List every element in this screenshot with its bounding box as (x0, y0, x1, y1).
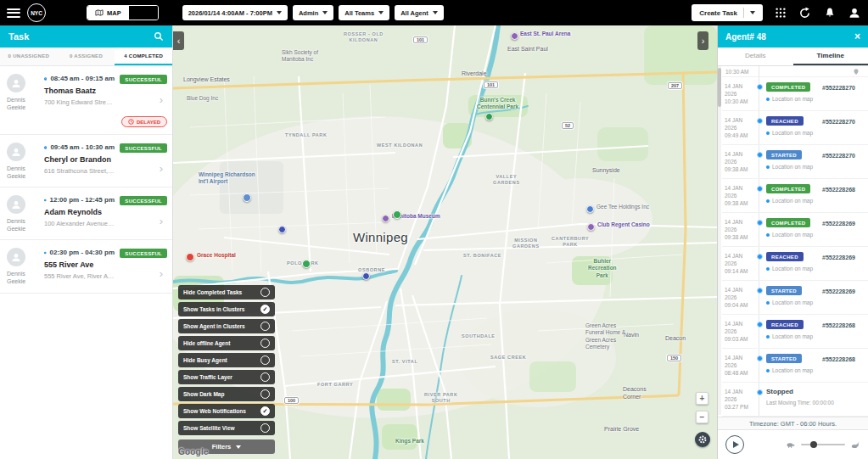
map-settings-button[interactable] (695, 432, 710, 447)
order-id[interactable]: #552228270 (822, 150, 868, 178)
location-on-map-link[interactable]: Location on map (766, 198, 813, 204)
timeline-timestamp: 14 JAN202609:38 AM (722, 184, 753, 212)
scrollbar-thumb[interactable] (718, 68, 721, 107)
timeline-timestamp: 14 JAN202609:38 AM (722, 218, 753, 246)
location-on-map-link[interactable]: Location on map (766, 333, 813, 339)
notifications-bell-icon[interactable] (822, 6, 837, 20)
tab-assigned[interactable]: 0 ASSIGNED (58, 48, 115, 65)
chevron-right-icon[interactable] (160, 268, 163, 279)
zoom-in-button[interactable]: + (696, 392, 708, 405)
create-task-button[interactable]: Create Task (692, 4, 763, 21)
task-card[interactable]: Dennis Geekie 09:45 am - 10:30 am Cheryl… (0, 135, 172, 188)
museum-poi-marker[interactable] (382, 215, 389, 222)
apps-grid-icon[interactable] (773, 6, 787, 20)
chevron-right-icon[interactable] (160, 94, 163, 105)
teams-dropdown[interactable]: All Teams (339, 5, 389, 20)
agent-avatar (7, 143, 25, 161)
date-range-picker[interactable]: 2026/01/14 4:00AM - 7:00PM (182, 5, 288, 20)
timeline-dot-icon (757, 288, 763, 294)
map-label: East St. Paul Arena (520, 31, 570, 37)
map-label: Buhler Recreation Park (588, 258, 617, 279)
map[interactable]: ROSSER - OLD KILDONANEast St. Paul Arena… (173, 25, 717, 459)
task-card[interactable]: Dennis Geekie 08:45 am - 09:15 am Thomas… (0, 66, 172, 135)
map-list-toggle[interactable]: MAP (87, 5, 159, 20)
order-id[interactable]: #552228268 (822, 354, 868, 382)
task-time: 02:30 pm - 04:30 pm (44, 249, 115, 256)
location-on-map-link[interactable]: Location on map (766, 96, 813, 102)
slider-knob[interactable] (810, 441, 817, 448)
arena-poi-marker[interactable] (511, 32, 518, 40)
collapse-agent-panel-button[interactable]: › (697, 31, 708, 50)
chevron-right-icon[interactable] (160, 216, 163, 227)
menu-icon[interactable] (7, 8, 20, 18)
status-badge: COMPLETED (766, 218, 810, 227)
slider-track[interactable] (801, 444, 845, 445)
task-dot-marker[interactable] (278, 226, 286, 233)
business-poi-marker[interactable] (586, 205, 594, 213)
park-poi-marker[interactable] (485, 113, 493, 120)
filter-hide-busy-agent[interactable]: Hide Busy Agent (178, 353, 275, 367)
filter-show-tasks-in-clusters[interactable]: Show Tasks in Clusters (178, 302, 275, 316)
brand-logo[interactable]: NYC (27, 3, 46, 22)
filter-show-dark-map[interactable]: Show Dark Map (178, 387, 275, 401)
map-segment[interactable]: MAP (87, 6, 129, 20)
close-icon[interactable]: × (854, 31, 860, 42)
filter-show-satellite-view[interactable]: Show Satellite View (178, 421, 275, 435)
refresh-icon[interactable] (798, 6, 812, 20)
filter-show-agent-in-clusters[interactable]: Show Agent in Clusters (178, 319, 275, 333)
hospital-poi-marker[interactable] (186, 253, 194, 261)
location-on-map-link[interactable]: Location on map (766, 266, 813, 271)
filter-show-traffic-layer[interactable]: Show Traffic Layer (178, 370, 275, 384)
task-name: Thomas Baatz (44, 87, 115, 95)
order-id[interactable]: #552228270 (822, 82, 868, 110)
order-id[interactable]: #552228269 (822, 286, 868, 314)
tab-timeline[interactable]: Timeline (793, 48, 868, 65)
completed-task-marker[interactable] (393, 210, 401, 219)
location-on-map-link[interactable]: Location on map (766, 299, 813, 305)
timeline-entry: 14 JAN202609:14 AM REACHED Location on m… (722, 247, 868, 281)
order-id[interactable]: #552228270 (822, 116, 868, 144)
completed-task-marker[interactable] (302, 260, 311, 268)
filter-show-web-notifications[interactable]: Show Web Notifications (178, 404, 275, 418)
tab-unassigned[interactable]: 0 UNASSIGNED (0, 48, 58, 65)
play-button[interactable] (725, 435, 744, 454)
task-address: 100 Alexander Avenue, Wi... (44, 220, 115, 227)
agent-panel-scrollbar[interactable] (718, 66, 721, 415)
admin-dropdown[interactable]: Admin (293, 5, 333, 20)
location-on-map-link[interactable]: Location on map (766, 232, 813, 238)
gear-icon (697, 434, 708, 445)
airport-poi-marker[interactable] (243, 193, 251, 202)
collapse-task-panel-button[interactable]: ‹ (173, 31, 184, 50)
order-id[interactable]: #552228268 (822, 184, 868, 212)
agent-name: Dennis Geekie (7, 270, 41, 285)
task-panel: Task 0 UNASSIGNED 0 ASSIGNED 4 COMPLETED… (0, 25, 173, 459)
timeline-dot-icon (757, 152, 763, 158)
clock-icon (44, 197, 47, 204)
clock-icon (44, 249, 47, 256)
speed-slider[interactable] (786, 440, 860, 449)
filter-hide-offline-agent[interactable]: Hide offline Agent (178, 336, 275, 350)
list-segment[interactable] (129, 6, 158, 20)
tab-completed[interactable]: 4 COMPLETED (115, 48, 172, 65)
casino-poi-marker[interactable] (587, 223, 595, 231)
chevron-right-icon[interactable] (160, 163, 163, 174)
agents-dropdown[interactable]: All Agent (395, 5, 444, 20)
status-badge: STARTED (766, 286, 802, 295)
order-id[interactable]: #552228269 (822, 218, 868, 246)
location-on-map-link[interactable]: Location on map (766, 164, 813, 170)
chevron-left-icon: ‹ (177, 36, 181, 46)
order-id[interactable]: #552228269 (822, 252, 868, 280)
user-profile-icon[interactable] (847, 6, 861, 20)
location-on-map-link[interactable]: Location on map (766, 130, 813, 136)
task-card[interactable]: Dennis Geekie 02:30 pm - 04:30 pm 555 Ri… (0, 240, 172, 293)
task-dot-marker[interactable] (362, 272, 370, 280)
tab-details[interactable]: Details (718, 48, 793, 65)
zoom-out-button[interactable]: − (696, 411, 708, 423)
task-card[interactable]: Dennis Geekie 12:00 pm - 12:45 pm Adam R… (0, 188, 172, 240)
topbar-actions: Create Task (692, 4, 861, 21)
search-icon[interactable] (154, 31, 164, 42)
location-on-map-link[interactable]: Location on map (766, 367, 813, 373)
filter-hide-completed-tasks[interactable]: Hide Completed Tasks (178, 285, 275, 299)
order-id[interactable]: #552228268 (822, 320, 868, 348)
task-time: 09:45 am - 10:30 am (44, 143, 115, 151)
